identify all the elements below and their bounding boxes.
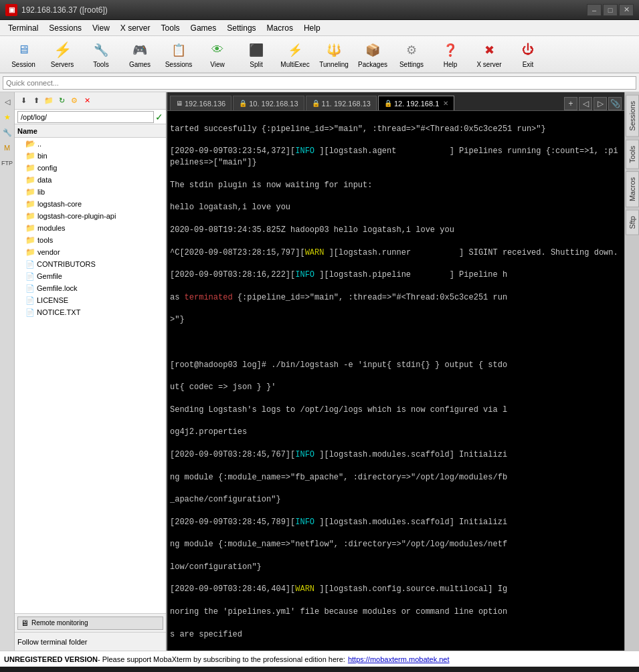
exit-label: Exit [523,61,534,68]
tab-1[interactable]: 🖥 192.168.136 [170,96,232,110]
menu-games[interactable]: Games [185,22,222,34]
macros-side-icon[interactable]: M [1,141,14,154]
terminal-line-15: ng module {:module_name=>"fb_apache", :d… [170,473,507,482]
menu-help[interactable]: Help [298,22,326,34]
fp-newfolder-button[interactable]: 📁 [43,95,55,107]
fp-download-button[interactable]: ⬇ [17,95,29,107]
sftp-tab[interactable]: Sftp [626,210,639,235]
file-item-logstash-core-plugin[interactable]: 📁 logstash-core-plugin-api [15,210,166,222]
file-item-modules[interactable]: 📁 modules [15,222,166,234]
star-icon[interactable]: ★ [1,110,14,124]
fp-close-button[interactable]: ✕ [81,95,93,107]
fp-refresh-button[interactable]: ↻ [56,95,68,107]
servers-icon: ⚡ [53,41,72,60]
toolbar-session-button[interactable]: 🖥 Session [5,38,41,70]
path-input[interactable] [17,111,154,123]
file-item-data[interactable]: 📁 data [15,174,166,186]
tools-tab[interactable]: Tools [626,140,639,169]
file-item-license[interactable]: 📄 LICENSE [15,294,166,306]
file-item-bin[interactable]: 📁 bin [15,150,166,162]
file-gemfile-icon: 📄 [25,272,35,281]
menu-tools[interactable]: Tools [156,22,185,34]
quickconnect-input[interactable] [3,76,636,90]
file-item-parent[interactable]: 📂 .. [15,138,166,150]
tab4-close[interactable]: ✕ [443,100,448,107]
tab3-label: 11. 192.168.13 [322,100,371,108]
file-tree[interactable]: 📂 .. 📁 bin 📁 config 📁 data 📁 lib 📁 l [15,138,166,613]
menubar: Terminal Sessions View X server Tools Ga… [0,20,639,36]
close-button[interactable]: ✕ [619,4,634,16]
sftp-side-icon[interactable]: FTP [1,156,14,170]
file-item-gemfile-lock[interactable]: 📄 Gemfile.lock [15,282,166,294]
titlebar-text: 192.168.136.37 ([root6]) [21,5,587,15]
toolbar-tools-button[interactable]: 🔧 Tools [83,38,119,70]
split-label: Split [250,61,262,68]
tab-3[interactable]: 🔒 11. 192.168.13 [306,96,377,110]
menu-terminal[interactable]: Terminal [3,22,43,34]
collapse-icon[interactable]: ◁ [1,95,14,108]
file-item-lib[interactable]: 📁 lib [15,186,166,198]
sessions-label: Sessions [165,61,193,68]
terminal-line-16: _apache/configuration"} [170,495,281,504]
tools-side-icon[interactable]: 🔧 [1,126,14,139]
folder-data-icon: 📁 [25,175,35,185]
tab-scroll-left-button[interactable]: ◁ [579,97,592,110]
file-panel-toolbar: ⬇ ⬆ 📁 ↻ ⚙ ✕ [15,92,166,110]
file-contributors-icon: 📄 [25,260,35,269]
minimize-button[interactable]: – [587,4,602,16]
file-name-contributors: CONTRIBUTORS [37,260,96,268]
menu-macros[interactable]: Macros [262,22,298,34]
settings-icon: ⚙ [402,41,421,60]
maximize-button[interactable]: □ [603,4,618,16]
sessions-tab[interactable]: Sessions [626,95,639,137]
toolbar-exit-button[interactable]: ⏻ Exit [510,38,546,70]
menu-view[interactable]: View [87,22,115,34]
toolbar-games-button[interactable]: 🎮 Games [122,38,158,70]
file-item-notice[interactable]: 📄 NOTICE.TXT [15,306,166,318]
toolbar-help-button[interactable]: ❓ Help [432,38,468,70]
file-item-gemfile[interactable]: 📄 Gemfile [15,270,166,282]
file-name-license: LICENSE [37,296,68,304]
file-item-tools[interactable]: 📁 tools [15,234,166,246]
toolbar-sessions-button[interactable]: 📋 Sessions [161,38,197,70]
toolbar-packages-button[interactable]: 📦 Packages [355,38,391,70]
file-name-gemfile: Gemfile [37,272,62,280]
support-url[interactable]: https://mobaxterm.mobatek.net [348,655,450,663]
tab-4[interactable]: 🔒 12. 192.168.1 ✕ [378,96,454,110]
toolbar-view-button[interactable]: 👁 View [199,38,236,70]
file-item-vendor[interactable]: 📁 vendor [15,246,166,258]
macros-tab[interactable]: Macros [626,171,639,207]
toolbar-split-button[interactable]: ⬛ Split [238,38,274,70]
toolbar-settings-button[interactable]: ⚙ Settings [393,38,430,70]
view-label: View [210,61,225,68]
path-bar: ✓ [15,110,166,124]
new-tab-button[interactable]: + [564,97,577,110]
folder-vendor-icon: 📁 [25,247,35,257]
remote-monitoring-button[interactable]: 🖥 Remote monitoring [17,617,163,630]
menu-sessions[interactable]: Sessions [43,22,87,34]
terminal-line-10: [root@hadoop03 log]# ./bin/logstash -e '… [170,360,507,370]
tab-attachment-button[interactable]: 📎 [608,97,622,110]
tab-2[interactable]: 🔒 10. 192.168.13 [233,96,304,110]
toolbar-tunneling-button[interactable]: 🔱 Tunneling [316,38,352,70]
menu-xserver[interactable]: X server [115,22,156,34]
file-panel: ⬇ ⬆ 📁 ↻ ⚙ ✕ ✓ Name 📂 .. 📁 bin [15,92,167,651]
terminal-line-2: [2020-09-09T03:23:54,372][INFO ][logstas… [170,146,618,167]
terminal-output[interactable]: tarted succesfully {:pipeline_id=>"main"… [167,111,624,651]
menu-settings[interactable]: Settings [221,22,261,34]
help-icon: ❓ [441,41,460,60]
file-name-config: config [37,164,57,172]
terminal-line-9: >"} [170,315,185,324]
toolbar-servers-button[interactable]: ⚡ Servers [44,38,80,70]
terminal-line-7: [2020-09-09T03:28:16,222][INFO ][logstas… [170,270,507,279]
toolbar-xserver-button[interactable]: ✖ X server [471,38,507,70]
file-name-modules: modules [37,224,66,232]
tab-scroll-right-button[interactable]: ▷ [594,97,607,110]
fp-settings-button[interactable]: ⚙ [68,95,80,107]
fp-upload-button[interactable]: ⬆ [30,95,42,107]
file-item-contributors[interactable]: 📄 CONTRIBUTORS [15,258,166,270]
toolbar-multiexec-button[interactable]: ⚡ MultiExec [277,38,313,70]
file-item-logstash-core[interactable]: 📁 logstash-core [15,198,166,210]
file-item-config[interactable]: 📁 config [15,162,166,174]
servers-label: Servers [51,61,74,68]
